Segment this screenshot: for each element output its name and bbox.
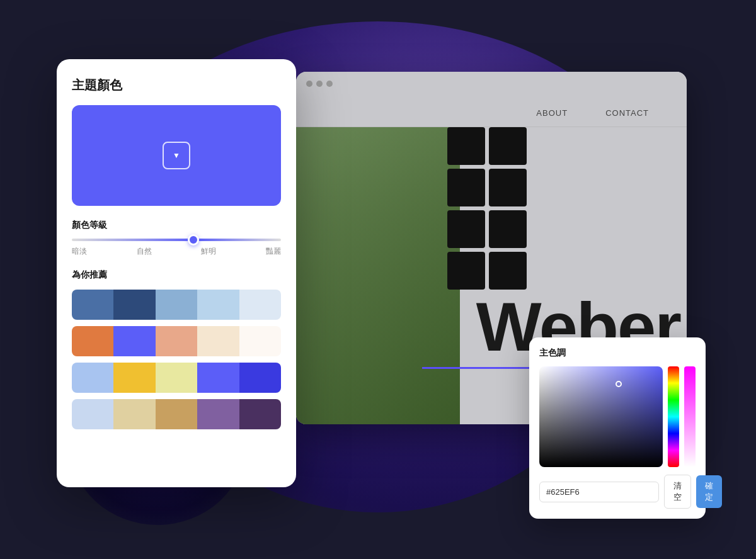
palette-2-swatch-1[interactable] <box>113 363 155 393</box>
palette-3-swatch-2[interactable] <box>156 399 197 429</box>
site-nav: ABOUT CONTACT <box>296 99 687 127</box>
color-level-label: 顏色等級 <box>72 220 281 231</box>
palette-row-1[interactable] <box>72 326 281 356</box>
chrome-dot-3 <box>326 81 333 87</box>
theme-card-title: 主題顏色 <box>72 77 281 94</box>
palette-0-swatch-2[interactable] <box>156 290 197 320</box>
theme-color-card: 主題顏色 顏色等級 暗淡 自然 鮮明 豔麗 為你推薦 <box>57 59 296 487</box>
palette-3-swatch-3[interactable] <box>197 399 239 429</box>
slider-label-0: 暗淡 <box>72 246 87 257</box>
slider-thumb[interactable] <box>188 234 199 246</box>
picker-confirm-button[interactable]: 確定 <box>696 475 722 508</box>
picker-hue-bar[interactable] <box>668 366 679 467</box>
picker-hex-row: 清空 確定 <box>539 475 696 509</box>
palette-2-swatch-2[interactable] <box>156 363 197 393</box>
palette-0-swatch-1[interactable] <box>113 290 155 320</box>
site-hero-image <box>296 127 460 424</box>
black-sq-2 <box>489 127 527 165</box>
palette-1-swatch-4[interactable] <box>239 326 281 356</box>
color-preview-box <box>72 105 281 206</box>
color-picker-card: 主色調 清空 確定 <box>529 337 706 519</box>
black-squares-overlay <box>447 127 527 290</box>
nav-item-about[interactable]: ABOUT <box>536 108 568 118</box>
palette-2-swatch-4[interactable] <box>239 363 281 393</box>
chrome-dot-1 <box>306 81 312 87</box>
slider-track[interactable] <box>72 239 281 241</box>
slider-label-3: 豔麗 <box>266 246 281 257</box>
picker-alpha-bar[interactable] <box>684 366 696 467</box>
color-dropdown-button[interactable] <box>163 142 190 169</box>
black-sq-8 <box>489 252 527 290</box>
picker-cursor[interactable] <box>616 381 622 387</box>
scene: ABOUT CONTACT Weber 主題顏色 <box>32 21 724 538</box>
picker-title: 主色調 <box>539 347 696 359</box>
black-sq-1 <box>447 127 485 165</box>
chrome-dot-2 <box>316 81 323 87</box>
black-sq-3 <box>447 169 485 206</box>
palette-3-swatch-1[interactable] <box>113 399 155 429</box>
color-level-slider-container <box>72 239 281 241</box>
palette-row-2[interactable] <box>72 363 281 393</box>
recommend-label: 為你推薦 <box>72 269 281 281</box>
slider-labels: 暗淡 自然 鮮明 豔麗 <box>72 246 281 257</box>
browser-chrome <box>306 81 333 87</box>
palette-row-3[interactable] <box>72 399 281 429</box>
black-sq-5 <box>447 210 485 248</box>
slider-label-1: 自然 <box>137 246 152 257</box>
palette-2-swatch-3[interactable] <box>197 363 239 393</box>
picker-hex-input[interactable] <box>539 482 659 502</box>
black-sq-6 <box>489 210 527 248</box>
palette-3-swatch-4[interactable] <box>239 399 281 429</box>
palette-1-swatch-0[interactable] <box>72 326 113 356</box>
palette-0-swatch-0[interactable] <box>72 290 113 320</box>
palette-1-swatch-3[interactable] <box>197 326 239 356</box>
nav-item-contact[interactable]: CONTACT <box>605 108 649 118</box>
palette-1-swatch-2[interactable] <box>156 326 197 356</box>
picker-gradient-area[interactable] <box>539 366 663 467</box>
black-sq-7 <box>447 252 485 290</box>
palette-0-swatch-4[interactable] <box>239 290 281 320</box>
palette-1-swatch-1[interactable] <box>113 326 155 356</box>
slider-label-2: 鮮明 <box>201 246 216 257</box>
palette-3-swatch-0[interactable] <box>72 399 113 429</box>
palette-2-swatch-0[interactable] <box>72 363 113 393</box>
picker-clear-button[interactable]: 清空 <box>664 475 691 509</box>
palette-row-0[interactable] <box>72 290 281 320</box>
black-sq-4 <box>489 169 527 206</box>
palette-0-swatch-3[interactable] <box>197 290 239 320</box>
